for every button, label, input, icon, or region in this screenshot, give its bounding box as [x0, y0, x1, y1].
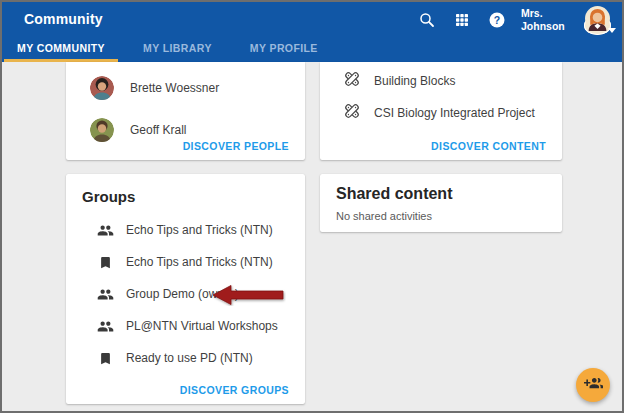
- shared-card-title: Shared content: [320, 174, 562, 203]
- chevron-down-icon: [608, 28, 616, 33]
- bookmark-icon: [96, 349, 114, 367]
- tab-my-library[interactable]: MY LIBRARY: [130, 36, 225, 62]
- group-add-icon: [584, 374, 603, 397]
- add-group-fab[interactable]: [576, 368, 610, 402]
- help-icon[interactable]: ?: [486, 9, 508, 31]
- crossed-content-icon: [342, 101, 362, 125]
- search-icon[interactable]: [416, 9, 438, 31]
- crossed-content-icon: [342, 69, 362, 93]
- discover-people-link[interactable]: DISCOVER PEOPLE: [183, 140, 289, 152]
- title-bar: Community ? Mrs. Johnson: [2, 2, 622, 36]
- groups-card-title: Groups: [66, 174, 305, 205]
- content-card: Building Blocks CSI Biology Integrated P…: [320, 62, 562, 160]
- person-name: Geoff Krall: [130, 123, 186, 137]
- list-item[interactable]: Building Blocks: [320, 65, 562, 97]
- content-title: Building Blocks: [374, 74, 455, 88]
- app-header: Community ? Mrs. Johnson: [2, 2, 622, 62]
- group-name: Echo Tips and Tricks (NTN): [126, 255, 273, 269]
- group-list-item[interactable]: Echo Tips and Tricks (NTN): [66, 214, 305, 246]
- tab-my-community[interactable]: MY COMMUNITY: [4, 36, 118, 62]
- group-icon: [96, 285, 114, 303]
- person-avatar-icon: [90, 118, 114, 142]
- list-item[interactable]: Brette Woessner: [66, 70, 305, 106]
- shared-content-card: Shared content No shared activities: [320, 174, 562, 232]
- discover-groups-link[interactable]: DISCOVER GROUPS: [180, 384, 289, 396]
- app-window: Community ? Mrs. Johnson: [0, 0, 624, 413]
- bookmark-icon: [96, 253, 114, 271]
- group-name: Echo Tips and Tricks (NTN): [126, 223, 273, 237]
- avatar: [584, 16, 611, 35]
- group-icon: [96, 221, 114, 239]
- svg-text:?: ?: [494, 14, 500, 26]
- group-list-item[interactable]: Ready to use PD (NTN): [66, 342, 305, 374]
- apps-grid-icon[interactable]: [451, 9, 473, 31]
- group-list-item[interactable]: PL@NTN Virtual Workshops: [66, 310, 305, 342]
- page-title: Community: [24, 11, 103, 27]
- user-name[interactable]: Mrs. Johnson: [521, 7, 571, 32]
- content-title: CSI Biology Integrated Project: [374, 106, 535, 120]
- header-actions: ? Mrs. Johnson: [416, 4, 612, 36]
- discover-content-link[interactable]: DISCOVER CONTENT: [431, 140, 546, 152]
- person-name: Brette Woessner: [130, 81, 219, 95]
- tab-my-profile[interactable]: MY PROFILE: [237, 36, 331, 62]
- people-card: Brette Woessner Geoff Krall DISCOVER PEO…: [66, 62, 305, 160]
- shared-empty-text: No shared activities: [320, 203, 562, 222]
- group-icon: [96, 317, 114, 335]
- group-list-item[interactable]: Echo Tips and Tricks (NTN): [66, 246, 305, 278]
- annotation-arrow: [212, 284, 286, 306]
- user-menu[interactable]: [584, 6, 612, 34]
- main-tabs: MY COMMUNITY MY LIBRARY MY PROFILE: [4, 36, 331, 62]
- group-name: Ready to use PD (NTN): [126, 351, 253, 365]
- list-item[interactable]: CSI Biology Integrated Project: [320, 97, 562, 129]
- group-name: PL@NTN Virtual Workshops: [126, 319, 278, 333]
- person-avatar-icon: [90, 76, 114, 100]
